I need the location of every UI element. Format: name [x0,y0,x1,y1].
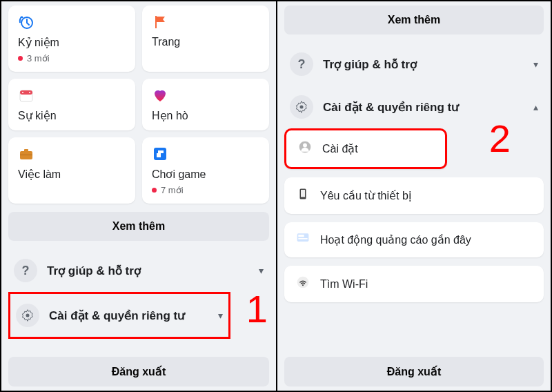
card-events[interactable]: Sự kiện [8,79,135,130]
row-label: Cài đặt & quyền riêng tư [49,308,208,323]
gear-icon [290,95,313,119]
row-label: Cài đặt & quyền riêng tư [323,100,524,115]
logout-button[interactable]: Đăng xuất [284,357,544,386]
briefcase-icon [18,146,126,164]
svg-point-11 [300,106,304,109]
svg-point-20 [302,284,304,286]
chevron-up-icon: ▴ [533,101,538,112]
card-label: Việc làm [18,168,126,181]
see-more-button[interactable]: Xem thêm [284,6,544,35]
subitem-find-wifi[interactable]: Tìm Wi-Fi [284,266,544,302]
chevron-down-icon: ▾ [259,265,264,276]
svg-rect-7 [24,149,28,152]
card-badge: 3 mới [18,53,126,63]
flag-icon [152,14,259,32]
chevron-down-icon: ▾ [218,310,223,321]
svg-rect-3 [20,90,32,95]
help-support-row[interactable]: ? Trợ giúp & hỗ trợ ▾ [8,249,269,292]
svg-point-5 [29,92,30,93]
card-label: Trang [152,36,259,48]
gear-icon [16,304,39,327]
svg-point-19 [297,277,309,288]
card-jobs[interactable]: Việc làm [8,137,135,204]
card-badge: 7 mới [152,185,259,195]
wifi-icon [295,275,310,293]
svg-point-4 [22,92,23,93]
svg-rect-1 [155,16,157,28]
logout-button[interactable]: Đăng xuất [8,357,269,386]
chevron-down-icon: ▾ [533,59,538,70]
subitem-label: Yêu cầu từ thiết bị [320,189,411,202]
svg-rect-17 [298,235,304,237]
subitem-label: Tìm Wi-Fi [320,278,368,291]
ad-activity-icon [295,232,310,248]
step-marker-1: 1 [246,286,268,331]
phone-icon [295,187,310,204]
shortcut-grid: Kỷ niệm 3 mới Trang Sự kiện Hẹn hò [8,6,269,204]
subitem-settings[interactable]: Cài đặt [284,128,447,169]
row-label: Trợ giúp & hỗ trợ [47,264,249,278]
card-dating[interactable]: Hẹn hò [142,79,269,130]
help-support-row[interactable]: ? Trợ giúp & hỗ trợ ▾ [284,43,544,86]
subitem-label: Cài đặt [322,142,358,155]
card-label: Sự kiện [18,109,126,122]
card-label: Kỷ niệm [18,36,126,49]
card-pages[interactable]: Trang [142,6,269,72]
settings-privacy-row[interactable]: Cài đặt & quyền riêng tư ▾ [8,292,230,339]
card-label: Hẹn hò [152,109,259,122]
panel-right: Xem thêm ? Trợ giúp & hỗ trợ ▾ Cài đặt &… [276,1,551,391]
panel-left: Kỷ niệm 3 mới Trang Sự kiện Hẹn hò [1,1,276,391]
help-icon: ? [290,52,313,76]
clock-icon [18,14,126,32]
badge-dot-icon [18,56,23,61]
card-label: Chơi game [152,168,259,181]
svg-rect-8 [20,155,32,155]
help-icon: ? [14,259,37,282]
svg-point-13 [303,144,307,148]
badge-dot-icon [152,188,157,193]
heart-icon [152,87,259,105]
subitem-device-requests[interactable]: Yêu cầu từ thiết bị [284,177,544,214]
svg-rect-18 [298,238,307,239]
subitem-recent-ad-activity[interactable]: Hoạt động quảng cáo gần đây [284,222,544,257]
settings-privacy-row[interactable]: Cài đặt & quyền riêng tư ▴ [284,86,544,128]
subitem-label: Hoạt động quảng cáo gần đây [320,233,471,246]
card-memories[interactable]: Kỷ niệm 3 mới [8,6,135,72]
row-label: Trợ giúp & hỗ trợ [323,57,524,72]
card-gaming[interactable]: Chơi game 7 mới [142,137,269,204]
svg-point-10 [26,314,30,317]
see-more-button[interactable]: Xem thêm [8,212,269,241]
game-icon [152,146,259,164]
svg-rect-15 [301,190,305,197]
user-icon [297,140,313,157]
calendar-icon [18,87,126,105]
